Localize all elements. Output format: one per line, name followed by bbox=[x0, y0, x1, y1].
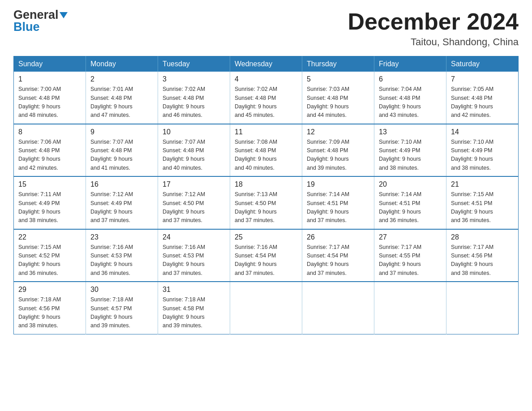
calendar-cell: 11 Sunrise: 7:08 AMSunset: 4:48 PMDaylig… bbox=[230, 124, 302, 177]
calendar-week-row: 1 Sunrise: 7:00 AMSunset: 4:48 PMDayligh… bbox=[14, 72, 519, 124]
day-number: 22 bbox=[18, 233, 81, 241]
day-number: 19 bbox=[307, 180, 369, 188]
day-number: 7 bbox=[451, 75, 514, 83]
day-number: 12 bbox=[307, 128, 369, 136]
weekday-header-monday: Monday bbox=[86, 56, 158, 72]
day-number: 4 bbox=[235, 75, 297, 83]
day-info: Sunrise: 7:00 AMSunset: 4:48 PMDaylight:… bbox=[18, 85, 81, 120]
daylight-minutes: and 42 minutes. bbox=[451, 112, 491, 118]
daylight-minutes: and 36 minutes. bbox=[379, 217, 419, 223]
daylight-minutes: and 43 minutes. bbox=[379, 112, 419, 118]
day-info: Sunrise: 7:14 AMSunset: 4:51 PMDaylight:… bbox=[379, 190, 442, 225]
day-info: Sunrise: 7:14 AMSunset: 4:51 PMDaylight:… bbox=[307, 190, 369, 225]
sunset-label: Sunset: 4:48 PM bbox=[307, 147, 348, 154]
weekday-header-thursday: Thursday bbox=[302, 56, 374, 72]
day-number: 15 bbox=[18, 180, 81, 188]
logo-blue-text: Blue bbox=[13, 20, 40, 34]
sunset-label: Sunset: 4:48 PM bbox=[90, 147, 132, 154]
sunrise-label: Sunrise: 7:11 AM bbox=[18, 191, 61, 197]
sunrise-label: Sunrise: 7:14 AM bbox=[307, 191, 349, 197]
day-number: 5 bbox=[307, 75, 369, 83]
calendar-cell: 26 Sunrise: 7:17 AMSunset: 4:54 PMDaylig… bbox=[302, 229, 374, 282]
daylight-minutes: and 38 minutes. bbox=[451, 165, 491, 171]
sunrise-label: Sunrise: 7:16 AM bbox=[235, 244, 277, 250]
daylight-label: Daylight: 9 hours bbox=[163, 103, 205, 110]
sunset-label: Sunset: 4:48 PM bbox=[163, 147, 204, 154]
sunset-label: Sunset: 4:49 PM bbox=[18, 200, 60, 206]
day-number: 3 bbox=[163, 75, 225, 83]
sunset-label: Sunset: 4:49 PM bbox=[379, 147, 420, 154]
daylight-label: Daylight: 9 hours bbox=[235, 209, 277, 215]
calendar-week-row: 22 Sunrise: 7:15 AMSunset: 4:52 PMDaylig… bbox=[14, 229, 519, 282]
sunset-label: Sunset: 4:48 PM bbox=[18, 147, 60, 154]
daylight-label: Daylight: 9 hours bbox=[307, 156, 349, 162]
sunrise-label: Sunrise: 7:10 AM bbox=[451, 139, 493, 145]
daylight-label: Daylight: 9 hours bbox=[90, 261, 133, 267]
day-number: 27 bbox=[379, 233, 442, 241]
sunset-label: Sunset: 4:57 PM bbox=[90, 305, 132, 312]
daylight-minutes: and 37 minutes. bbox=[235, 217, 275, 223]
sunset-label: Sunset: 4:56 PM bbox=[18, 305, 60, 312]
day-info: Sunrise: 7:05 AMSunset: 4:48 PMDaylight:… bbox=[451, 85, 514, 120]
sunset-label: Sunset: 4:51 PM bbox=[451, 200, 492, 206]
sunrise-label: Sunrise: 7:05 AM bbox=[451, 86, 493, 92]
location-title: Taitou, Shandong, China bbox=[348, 36, 519, 48]
calendar-cell: 28 Sunrise: 7:17 AMSunset: 4:56 PMDaylig… bbox=[446, 229, 519, 282]
daylight-label: Daylight: 9 hours bbox=[90, 209, 133, 215]
page-header: General Blue December 2024 Taitou, Shand… bbox=[13, 9, 519, 48]
sunset-label: Sunset: 4:54 PM bbox=[307, 253, 348, 259]
daylight-label: Daylight: 9 hours bbox=[163, 209, 205, 215]
daylight-label: Daylight: 9 hours bbox=[18, 156, 60, 162]
sunrise-label: Sunrise: 7:03 AM bbox=[307, 86, 349, 92]
daylight-label: Daylight: 9 hours bbox=[163, 314, 205, 320]
sunrise-label: Sunrise: 7:13 AM bbox=[235, 191, 277, 197]
daylight-label: Daylight: 9 hours bbox=[235, 156, 277, 162]
day-number: 13 bbox=[379, 128, 442, 136]
daylight-minutes: and 36 minutes. bbox=[451, 217, 491, 223]
daylight-minutes: and 37 minutes. bbox=[235, 270, 275, 276]
sunset-label: Sunset: 4:50 PM bbox=[163, 200, 204, 206]
day-info: Sunrise: 7:12 AMSunset: 4:50 PMDaylight:… bbox=[163, 190, 225, 225]
sunrise-label: Sunrise: 7:17 AM bbox=[451, 244, 493, 250]
sunset-label: Sunset: 4:51 PM bbox=[379, 200, 420, 206]
weekday-header-saturday: Saturday bbox=[446, 56, 519, 72]
day-info: Sunrise: 7:08 AMSunset: 4:48 PMDaylight:… bbox=[235, 138, 297, 173]
sunset-label: Sunset: 4:56 PM bbox=[451, 253, 492, 259]
calendar-cell: 12 Sunrise: 7:09 AMSunset: 4:48 PMDaylig… bbox=[302, 124, 374, 177]
sunrise-label: Sunrise: 7:14 AM bbox=[379, 191, 421, 197]
daylight-minutes: and 37 minutes. bbox=[307, 270, 347, 276]
logo: General Blue bbox=[13, 9, 68, 33]
day-number: 11 bbox=[235, 128, 297, 136]
sunset-label: Sunset: 4:53 PM bbox=[90, 253, 132, 259]
daylight-minutes: and 36 minutes. bbox=[18, 270, 58, 276]
sunrise-label: Sunrise: 7:01 AM bbox=[90, 86, 133, 92]
daylight-minutes: and 37 minutes. bbox=[307, 217, 347, 223]
day-info: Sunrise: 7:09 AMSunset: 4:48 PMDaylight:… bbox=[307, 138, 369, 173]
day-info: Sunrise: 7:01 AMSunset: 4:48 PMDaylight:… bbox=[90, 85, 153, 120]
day-info: Sunrise: 7:18 AMSunset: 4:56 PMDaylight:… bbox=[18, 295, 81, 330]
calendar-cell: 27 Sunrise: 7:17 AMSunset: 4:55 PMDaylig… bbox=[374, 229, 446, 282]
day-number: 17 bbox=[163, 180, 225, 188]
day-info: Sunrise: 7:04 AMSunset: 4:48 PMDaylight:… bbox=[379, 85, 442, 120]
calendar-cell: 20 Sunrise: 7:14 AMSunset: 4:51 PMDaylig… bbox=[374, 176, 446, 229]
day-number: 16 bbox=[90, 180, 153, 188]
daylight-label: Daylight: 9 hours bbox=[163, 261, 205, 267]
daylight-label: Daylight: 9 hours bbox=[18, 209, 60, 215]
sunrise-label: Sunrise: 7:15 AM bbox=[18, 244, 61, 250]
sunset-label: Sunset: 4:48 PM bbox=[163, 95, 204, 101]
day-number: 21 bbox=[451, 180, 514, 188]
daylight-label: Daylight: 9 hours bbox=[307, 103, 349, 110]
sunset-label: Sunset: 4:48 PM bbox=[307, 95, 348, 101]
daylight-minutes: and 45 minutes. bbox=[235, 112, 275, 118]
calendar-cell: 2 Sunrise: 7:01 AMSunset: 4:48 PMDayligh… bbox=[86, 72, 158, 124]
sunrise-label: Sunrise: 7:04 AM bbox=[379, 86, 421, 92]
calendar-cell: 6 Sunrise: 7:04 AMSunset: 4:48 PMDayligh… bbox=[374, 72, 446, 124]
day-number: 24 bbox=[163, 233, 225, 241]
day-info: Sunrise: 7:10 AMSunset: 4:49 PMDaylight:… bbox=[379, 138, 442, 173]
daylight-label: Daylight: 9 hours bbox=[235, 103, 277, 110]
sunrise-label: Sunrise: 7:15 AM bbox=[451, 191, 493, 197]
calendar-week-row: 8 Sunrise: 7:06 AMSunset: 4:48 PMDayligh… bbox=[14, 124, 519, 177]
daylight-minutes: and 39 minutes. bbox=[90, 322, 130, 329]
day-number: 20 bbox=[379, 180, 442, 188]
sunrise-label: Sunrise: 7:18 AM bbox=[90, 296, 133, 303]
